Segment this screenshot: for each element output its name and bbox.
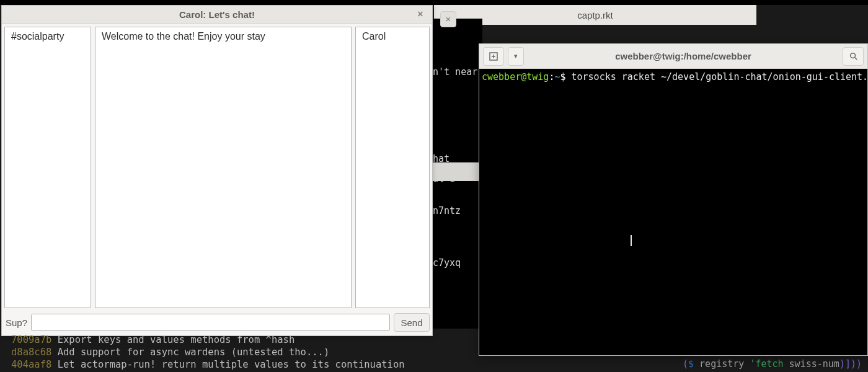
chat-titlebar[interactable]: Carol: Let's chat! × xyxy=(2,6,432,24)
commit-hash: 7009a7b xyxy=(11,334,51,345)
commit-msg: Let actormap-run! return multiple values… xyxy=(58,359,405,370)
bg-term-line: n't near xyxy=(433,63,482,81)
new-tab-icon xyxy=(489,51,498,61)
background-tab-close-button[interactable]: × xyxy=(440,11,456,27)
chat-window-title: Carol: Let's chat! xyxy=(179,9,255,20)
close-icon[interactable]: × xyxy=(415,9,426,20)
code-snippet: ($ registry 'fetch swiss-num)])) xyxy=(683,358,862,370)
code-dollar: $ xyxy=(688,358,694,370)
search-icon xyxy=(849,51,858,61)
svg-line-4 xyxy=(854,58,857,60)
code-sym: 'fetch xyxy=(750,358,783,370)
code-close: )])) xyxy=(839,358,862,370)
prompt-dollar: $ xyxy=(560,71,571,82)
terminal-title: cwebber@twig:/home/cwebber xyxy=(528,51,839,61)
channel-list[interactable]: #socialparty xyxy=(4,27,91,308)
chat-window: Carol: Let's chat! × #socialparty Welcom… xyxy=(1,5,433,336)
prompt-user: cwebber@twig xyxy=(482,71,549,82)
chat-body: #socialparty Welcome to the chat! Enjoy … xyxy=(2,24,432,311)
system-message: Welcome to the chat! Enjoy your stay xyxy=(102,31,345,42)
code-mid: registry xyxy=(694,358,750,370)
terminal-window: ▾ cwebber@twig:/home/cwebber cwebber@twi… xyxy=(479,43,868,356)
commit-hash: 404aaf8 xyxy=(11,359,51,370)
code-paren: ( xyxy=(683,358,688,370)
background-terminal-strip: n't near hat n7ntz c7yxq at a xyxy=(433,19,482,329)
terminal-menu-dropdown[interactable]: ▾ xyxy=(508,47,524,66)
terminal-body[interactable]: cwebber@twig:~$ torsocks racket ~/devel/… xyxy=(479,69,867,355)
git-log: 7009a7b Export keys and values methods f… xyxy=(11,321,405,371)
terminal-header: ▾ cwebber@twig:/home/cwebber xyxy=(479,44,867,69)
terminal-command: torsocks racket ~/devel/goblin-chat/onio… xyxy=(572,71,868,82)
channel-item[interactable]: #socialparty xyxy=(11,31,84,42)
desktop-topbar xyxy=(0,0,868,5)
background-editor-tab: captp.rkt xyxy=(434,5,756,25)
text-cursor xyxy=(631,235,632,246)
terminal-search-button[interactable] xyxy=(843,47,864,66)
background-tab-title: captp.rkt xyxy=(577,10,613,20)
new-tab-button[interactable] xyxy=(483,47,504,66)
user-list: Carol xyxy=(355,27,430,308)
message-area: Welcome to the chat! Enjoy your stay xyxy=(95,27,352,308)
user-item[interactable]: Carol xyxy=(362,31,423,42)
chevron-down-icon: ▾ xyxy=(514,52,518,60)
svg-point-3 xyxy=(850,53,855,58)
bg-term-line: at a xyxy=(433,170,455,187)
commit-msg: Export keys and values methods from ^has… xyxy=(58,334,295,345)
commit-hash: d8a8c68 xyxy=(11,347,51,358)
bg-term-line: c7yxq xyxy=(433,254,482,272)
commit-msg: Add support for async wardens (untested … xyxy=(58,347,330,358)
code-after: swiss-num xyxy=(784,358,839,370)
bg-term-line: n7ntz xyxy=(433,202,482,219)
